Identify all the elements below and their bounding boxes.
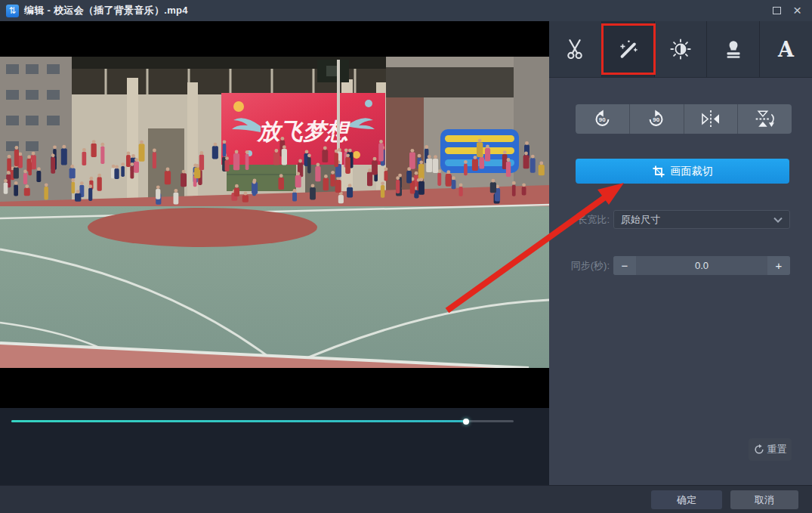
tool-tabbar: A xyxy=(549,21,812,78)
tab-trim[interactable] xyxy=(549,21,602,77)
close-button[interactable]: × xyxy=(793,4,801,17)
rotate-flip-group: 90 90 xyxy=(576,104,792,134)
brightness-icon xyxy=(669,38,692,60)
rotate-left-button[interactable]: 90 xyxy=(576,104,630,134)
reset-button-label: 重置 xyxy=(767,443,787,456)
flip-vertical-icon xyxy=(754,109,776,129)
scissors-icon xyxy=(563,38,586,60)
sync-plus-button[interactable]: + xyxy=(767,256,790,275)
progress-track[interactable] xyxy=(11,420,514,422)
aspect-ratio-label: 长宽比: xyxy=(549,210,610,229)
sync-value[interactable]: 0.0 xyxy=(636,256,767,275)
cancel-button[interactable]: 取消 xyxy=(730,490,798,509)
crop-icon xyxy=(653,165,665,178)
flip-vertical-button[interactable] xyxy=(738,104,792,134)
progress-bar[interactable] xyxy=(11,417,514,425)
progress-thumb[interactable] xyxy=(463,419,469,425)
sync-seconds-label: 同步(秒): xyxy=(549,256,610,275)
video-preview-area: 放飞梦想 xyxy=(0,21,549,408)
progress-fill xyxy=(11,420,466,422)
editor-window: ⇅ 编辑 - 校运会（插了背景音乐）.mp4 × xyxy=(0,0,812,513)
tab-adjust[interactable] xyxy=(655,21,708,77)
app-icon: ⇅ xyxy=(6,5,19,17)
aspect-ratio-value: 原始尺寸 xyxy=(621,213,660,227)
svg-text:90: 90 xyxy=(599,116,606,123)
text-tool-icon: A xyxy=(778,38,794,61)
tab-watermark[interactable] xyxy=(707,21,760,77)
reset-icon xyxy=(754,444,764,455)
rotate-right-button[interactable]: 90 xyxy=(630,104,684,134)
crop-button-label: 画面裁切 xyxy=(671,165,713,178)
crop-button[interactable]: 画面裁切 xyxy=(576,159,789,184)
rotate-left-90-icon: 90 xyxy=(591,109,613,129)
titlebar: ⇅ 编辑 - 校运会（插了背景音乐）.mp4 × xyxy=(0,0,812,21)
flip-horizontal-icon xyxy=(699,109,722,129)
video-frame: 放飞梦想 xyxy=(0,57,549,368)
edit-side-panel: A 90 90 xyxy=(549,21,812,485)
rotate-right-90-icon: 90 xyxy=(645,109,668,129)
reset-button[interactable]: 重置 xyxy=(749,438,792,461)
svg-text:90: 90 xyxy=(653,116,659,123)
maximize-button[interactable] xyxy=(773,7,781,14)
footer-bar: 确定 取消 xyxy=(0,485,812,513)
magic-wand-icon xyxy=(616,38,639,60)
stamp-icon xyxy=(722,38,745,60)
flip-horizontal-button[interactable] xyxy=(684,104,739,134)
aspect-ratio-select[interactable]: 原始尺寸 xyxy=(613,210,790,229)
window-title: 编辑 - 校运会（插了背景音乐）.mp4 xyxy=(24,4,188,17)
tab-effects[interactable] xyxy=(602,21,655,77)
chevron-down-icon xyxy=(773,217,783,223)
sync-minus-button[interactable]: − xyxy=(613,256,636,275)
banner-text: 放飞梦想 xyxy=(256,119,350,144)
player-controls: 00:00:24 / 00:00:26 xyxy=(0,408,549,485)
sync-stepper: − 0.0 + xyxy=(613,256,790,275)
ok-button[interactable]: 确定 xyxy=(651,490,722,509)
tab-text[interactable]: A xyxy=(760,21,812,77)
